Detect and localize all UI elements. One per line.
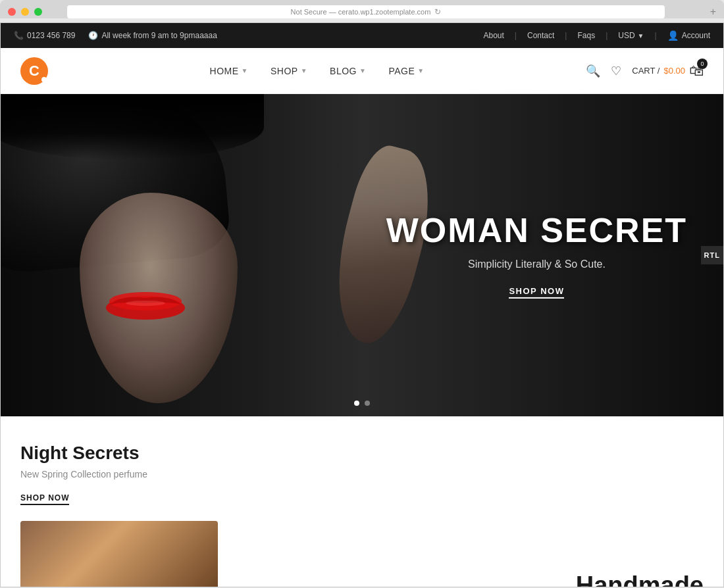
product-card-1[interactable] [20,521,218,587]
page-chevron: ▼ [417,67,424,74]
product-card-bg [20,521,218,587]
main-nav: C HOME ▼ SHOP ▼ BLOG ▼ PAGE ▼ 🔍 [1,48,723,94]
separator-3: | [606,31,608,40]
lips-svg [103,285,188,324]
hero-title: WOMAN SECRET [386,212,687,249]
nav-menu: HOME ▼ SHOP ▼ BLOG ▼ PAGE ▼ [201,61,434,82]
svg-point-2 [126,301,165,306]
account-label: Account [682,31,710,40]
new-tab-button[interactable]: + [710,6,716,18]
logo-circle: C [20,57,48,85]
minimize-button[interactable] [21,8,29,16]
top-bar: 📞 0123 456 789 🕐 All week from 9 am to 9… [1,23,723,48]
currency-chevron: ▼ [638,32,644,39]
about-link[interactable]: About [483,31,504,40]
account-icon: 👤 [667,30,679,41]
cart-badge: 0 [697,59,708,69]
close-button[interactable] [8,8,16,16]
website-container: 📞 0123 456 789 🕐 All week from 9 am to 9… [0,22,724,587]
nav-actions: 🔍 ♡ CART / $0.00 🛍 0 [586,62,704,80]
hours-info: 🕐 All week from 9 am to 9pmaaaaa [88,31,217,40]
hero-subtitle: Simplicity Literally & So Cute. [386,258,687,270]
slide-dot-1[interactable] [354,401,359,406]
cart-amount: $0.00 [663,66,685,76]
rtl-button[interactable]: RTL [701,246,723,264]
phone-icon: 📞 [14,31,24,40]
currency-wrapper[interactable]: USD ▼ [618,31,644,40]
maximize-button[interactable] [34,8,42,16]
section-subtitle: New Spring Collection perfume [20,469,704,479]
search-icon[interactable]: 🔍 [586,64,600,78]
top-bar-left: 📞 0123 456 789 🕐 All week from 9 am to 9… [14,31,217,40]
nav-page[interactable]: PAGE ▼ [379,61,433,82]
phone-number: 0123 456 789 [27,31,75,40]
separator-2: | [565,31,567,40]
address-text: Not Secure — cerato.wp1.zootemplate.com [291,8,431,16]
cart-icon-wrap: 🛍 0 [689,62,704,80]
cart-button[interactable]: CART / $0.00 🛍 0 [632,62,704,80]
currency-label: USD [618,31,634,40]
hero-section: WOMAN SECRET Simplicity Literally & So C… [1,94,723,416]
nav-blog[interactable]: BLOG ▼ [321,61,375,82]
account-button[interactable]: 👤 Account [667,30,710,41]
handmade-text: Handmade [576,572,704,587]
shop-chevron: ▼ [301,67,307,74]
logo[interactable]: C [20,57,48,85]
shop-now-link[interactable]: SHOP NOW [20,493,69,505]
hero-figure [1,94,434,416]
hat-brim [1,94,264,160]
wishlist-icon[interactable]: ♡ [611,64,621,78]
phone-info: 📞 0123 456 789 [14,31,75,40]
top-bar-right: About | Contact | Faqs | USD ▼ | 👤 Accou… [483,30,710,41]
below-fold: Night Secrets New Spring Collection perf… [1,416,723,587]
logo-letter: C [29,62,39,80]
faqs-link[interactable]: Faqs [577,31,595,40]
slide-dot-2[interactable] [365,401,370,406]
hours-text: All week from 9 am to 9pmaaaaa [101,31,217,40]
hero-dots [354,401,370,406]
logo-dot [41,77,47,82]
nav-shop[interactable]: SHOP ▼ [261,61,317,82]
address-bar[interactable]: Not Secure — cerato.wp1.zootemplate.com … [67,5,665,18]
contact-link[interactable]: Contact [527,31,554,40]
separator-1: | [515,31,517,40]
home-chevron: ▼ [242,67,248,74]
browser-window: Not Secure — cerato.wp1.zootemplate.com … [0,0,724,18]
refresh-icon[interactable]: ↻ [434,7,441,16]
section-title: Night Secrets [20,443,704,464]
separator-4: | [655,31,657,40]
hero-cta-button[interactable]: SHOP NOW [509,286,564,299]
nav-home[interactable]: HOME ▼ [201,61,257,82]
clock-icon: 🕐 [88,31,98,40]
hero-content: WOMAN SECRET Simplicity Literally & So C… [386,212,687,299]
cart-label: CART / [632,66,659,76]
blog-chevron: ▼ [359,67,366,74]
